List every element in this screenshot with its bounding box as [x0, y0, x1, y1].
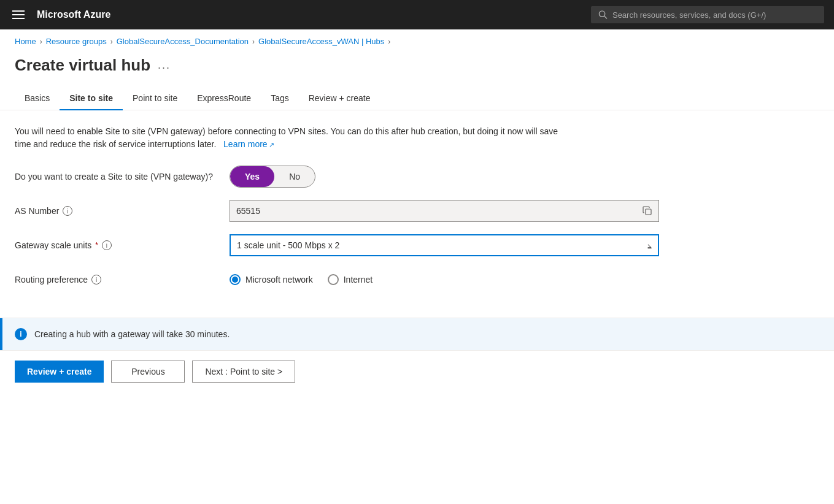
- radio-internet-circle: [328, 274, 339, 285]
- gateway-scale-info-icon[interactable]: i: [102, 240, 112, 250]
- tab-expressroute[interactable]: ExpressRoute: [187, 87, 261, 110]
- vpn-toggle-yes[interactable]: Yes: [230, 166, 274, 187]
- breadcrumb: Home › Resource groups › GlobalSecureAcc…: [0, 29, 834, 51]
- radio-microsoft-circle: [230, 274, 241, 285]
- review-create-button[interactable]: Review + create: [15, 361, 104, 383]
- gateway-scale-dropdown[interactable]: 1 scale unit - 500 Mbps x 2 ⦥: [230, 234, 659, 256]
- description-text: You will need to enable Site to site (VP…: [15, 125, 567, 151]
- chevron-down-icon: ⦥: [641, 241, 658, 250]
- routing-preference-label: Routing preference i: [15, 275, 230, 284]
- routing-preference-info-icon[interactable]: i: [91, 275, 101, 284]
- tab-tags[interactable]: Tags: [261, 87, 299, 110]
- form-section: Do you want to create a Site to site (VP…: [15, 166, 819, 318]
- svg-rect-2: [646, 209, 651, 215]
- breadcrumb-separator-1: ›: [40, 37, 42, 46]
- routing-internet[interactable]: Internet: [328, 274, 373, 285]
- next-button[interactable]: Next : Point to site >: [192, 361, 295, 383]
- hamburger-menu[interactable]: [10, 8, 27, 21]
- radio-microsoft-dot: [232, 277, 238, 283]
- vpn-toggle-group[interactable]: Yes No: [230, 166, 315, 188]
- routing-microsoft-network[interactable]: Microsoft network: [230, 274, 313, 285]
- as-number-input-wrapper: [230, 200, 659, 222]
- search-icon: [598, 10, 608, 20]
- page-title: Create virtual hub: [15, 56, 150, 75]
- vpn-toggle-no[interactable]: No: [274, 166, 315, 187]
- gateway-scale-label: Gateway scale units * i: [15, 240, 230, 250]
- breadcrumb-resource-groups[interactable]: Resource groups: [46, 37, 107, 46]
- tab-basics[interactable]: Basics: [15, 87, 60, 110]
- as-number-info-icon[interactable]: i: [63, 206, 72, 216]
- app-title: Microsoft Azure: [37, 9, 581, 20]
- previous-button[interactable]: Previous: [111, 361, 185, 383]
- gateway-scale-value: 1 scale unit - 500 Mbps x 2: [231, 240, 641, 250]
- required-indicator: *: [95, 241, 98, 250]
- breadcrumb-gsa-vwan[interactable]: GlobalSecureAccess_vWAN | Hubs: [258, 37, 384, 46]
- breadcrumb-gsa-doc[interactable]: GlobalSecureAccess_Documentation: [117, 37, 249, 46]
- routing-preference-row: Routing preference i Microsoft network: [15, 269, 819, 291]
- copy-as-number-button[interactable]: [636, 204, 658, 218]
- vpn-gateway-label: Do you want to create a Site to site (VP…: [15, 172, 230, 181]
- tabs-bar: Basics Site to site Point to site Expres…: [0, 87, 834, 110]
- info-banner-icon: i: [15, 328, 27, 340]
- search-bar[interactable]: [591, 6, 824, 23]
- svg-line-1: [604, 16, 607, 18]
- main-container: Home › Resource groups › GlobalSecureAcc…: [0, 29, 834, 504]
- tab-point-to-site[interactable]: Point to site: [123, 87, 187, 110]
- as-number-input[interactable]: [230, 200, 636, 221]
- breadcrumb-separator-4: ›: [388, 37, 390, 46]
- content-area: You will need to enable Site to site (VP…: [0, 110, 834, 318]
- action-bar: Review + create Previous Next : Point to…: [0, 350, 834, 392]
- external-link-icon: ↗: [269, 140, 274, 150]
- as-number-label: AS Number i: [15, 206, 230, 216]
- routing-radio-group: Microsoft network Internet: [230, 274, 373, 285]
- as-number-row: AS Number i: [15, 200, 819, 222]
- tab-site-to-site[interactable]: Site to site: [60, 87, 123, 110]
- gateway-scale-row: Gateway scale units * i 1 scale unit - 5…: [15, 234, 819, 256]
- page-header-more-menu[interactable]: ...: [158, 59, 171, 72]
- copy-icon: [643, 206, 652, 216]
- breadcrumb-home[interactable]: Home: [15, 37, 36, 46]
- vpn-gateway-row: Do you want to create a Site to site (VP…: [15, 166, 819, 188]
- topbar: Microsoft Azure: [0, 0, 834, 29]
- info-banner-text: Creating a hub with a gateway will take …: [34, 329, 230, 339]
- learn-more-link[interactable]: Learn more↗: [221, 139, 274, 149]
- search-input[interactable]: [612, 10, 817, 20]
- tab-review-create[interactable]: Review + create: [299, 87, 380, 110]
- info-banner: i Creating a hub with a gateway will tak…: [0, 318, 834, 350]
- page-header: Create virtual hub ...: [0, 51, 834, 87]
- breadcrumb-separator-2: ›: [110, 37, 113, 46]
- breadcrumb-separator-3: ›: [252, 37, 255, 46]
